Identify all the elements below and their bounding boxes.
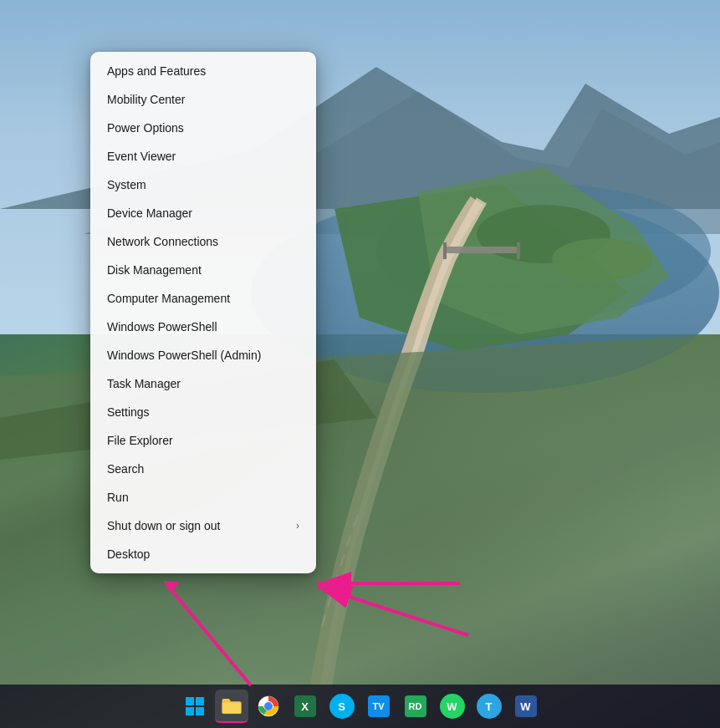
menu-item-apps-features[interactable]: Apps and Features — [90, 57, 316, 85]
telegram-icon: T — [477, 694, 502, 719]
svg-rect-10 — [443, 242, 447, 259]
menu-item-run[interactable]: Run — [90, 483, 316, 512]
taskbar-remote-desktop[interactable]: RD — [399, 690, 432, 723]
taskbar-whatsapp[interactable]: W — [436, 690, 469, 723]
menu-item-search[interactable]: Search — [90, 455, 316, 483]
windows-logo-icon — [185, 696, 205, 716]
skype-icon: S — [329, 694, 355, 719]
menu-item-windows-powershell[interactable]: Windows PowerShell — [90, 313, 316, 341]
menu-item-settings[interactable]: Settings — [90, 398, 316, 426]
menu-item-desktop[interactable]: Desktop — [90, 540, 316, 568]
chevron-right-icon: › — [296, 520, 299, 532]
svg-rect-9 — [443, 247, 518, 253]
svg-rect-23 — [196, 707, 204, 715]
word-icon: W — [515, 695, 537, 717]
menu-item-event-viewer[interactable]: Event Viewer — [90, 142, 316, 171]
svg-rect-20 — [186, 697, 194, 705]
svg-point-8 — [552, 238, 652, 280]
taskbar-skype[interactable]: S — [325, 690, 359, 723]
menu-item-computer-management[interactable]: Computer Management — [90, 284, 316, 313]
svg-rect-21 — [196, 697, 204, 705]
menu-item-file-explorer[interactable]: File Explorer — [90, 426, 316, 455]
svg-rect-22 — [186, 707, 194, 715]
folder-icon — [221, 695, 243, 716]
teamviewer-icon: TV — [368, 695, 390, 717]
taskbar: X S TV RD W T W — [0, 685, 720, 728]
menu-item-windows-powershell-admin[interactable]: Windows PowerShell (Admin) — [90, 341, 316, 369]
excel-icon: X — [294, 695, 316, 717]
menu-item-shut-down[interactable]: Shut down or sign out › — [90, 512, 316, 540]
context-menu: Apps and Features Mobility Center Power … — [90, 52, 316, 573]
menu-item-disk-management[interactable]: Disk Management — [90, 256, 316, 284]
taskbar-teamviewer[interactable]: TV — [362, 690, 396, 723]
taskbar-excel[interactable]: X — [289, 690, 322, 723]
menu-item-task-manager[interactable]: Task Manager — [90, 369, 316, 398]
menu-item-device-manager[interactable]: Device Manager — [90, 199, 316, 227]
menu-item-mobility-center[interactable]: Mobility Center — [90, 85, 316, 114]
taskbar-chrome[interactable] — [252, 690, 285, 723]
svg-rect-11 — [517, 242, 520, 259]
taskbar-word[interactable]: W — [509, 690, 543, 723]
menu-item-system[interactable]: System — [90, 171, 316, 199]
remote-desktop-icon: RD — [405, 695, 426, 717]
whatsapp-icon: W — [440, 694, 465, 719]
menu-item-power-options[interactable]: Power Options — [90, 114, 316, 142]
taskbar-start-button[interactable] — [178, 690, 212, 723]
taskbar-telegram[interactable]: T — [472, 690, 506, 723]
taskbar-file-explorer[interactable] — [215, 690, 248, 723]
chrome-icon — [258, 695, 279, 717]
svg-point-26 — [265, 703, 272, 710]
menu-item-network-connections[interactable]: Network Connections — [90, 227, 316, 256]
